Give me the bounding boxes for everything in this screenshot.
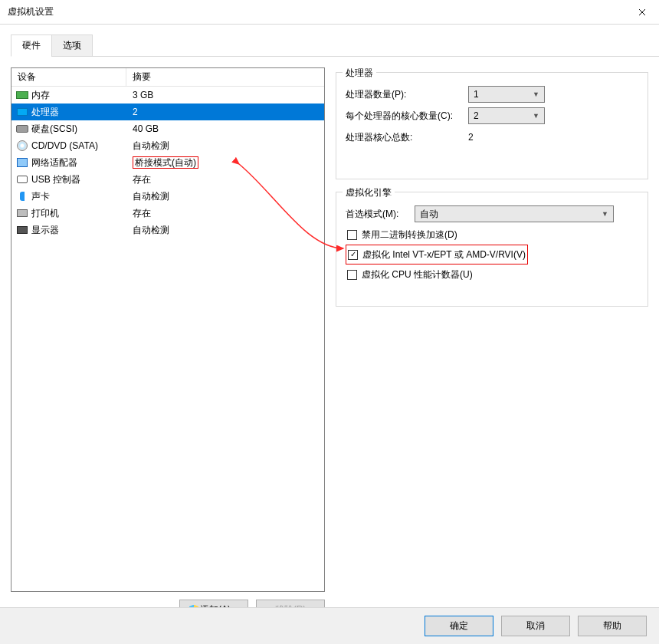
- disable-binary-label: 禁用二进制转换加速(D): [362, 228, 457, 242]
- device-row-cpu[interactable]: 处理器2: [11, 104, 324, 120]
- titlebar: 虚拟机设置: [0, 0, 659, 25]
- vt-row[interactable]: ✓ 虚拟化 Intel VT-x/EPT 或 AMD-V/RVI(V): [346, 245, 528, 264]
- help-button[interactable]: 帮助: [578, 616, 647, 636]
- window-title: 虚拟机设置: [8, 5, 54, 18]
- close-icon: [638, 6, 646, 18]
- device-list[interactable]: 设备 摘要 内存3 GB处理器2硬盘(SCSI)40 GBCD/DVD (SAT…: [11, 67, 325, 592]
- printer-icon: [16, 207, 28, 219]
- header-device: 设备: [11, 68, 126, 86]
- perf-counter-row[interactable]: 虚拟化 CPU 性能计数器(U): [346, 264, 638, 284]
- perf-counter-label: 虚拟化 CPU 性能计数器(U): [362, 268, 473, 281]
- device-label: 显示器: [31, 224, 59, 237]
- device-summary: 存在: [126, 173, 324, 186]
- cpu-cores-select[interactable]: 2 ▼: [468, 107, 545, 124]
- dialog-footer: 确定 取消 帮助: [0, 607, 659, 644]
- virtualization-legend: 虚拟化引擎: [343, 186, 395, 199]
- cancel-button[interactable]: 取消: [501, 616, 570, 636]
- device-summary: 自动检测: [126, 140, 324, 153]
- usb-icon: [16, 173, 28, 186]
- device-summary: 自动检测: [126, 224, 324, 237]
- device-label: 处理器: [31, 106, 59, 119]
- vt-checkbox[interactable]: ✓: [348, 250, 358, 260]
- processor-group: 处理器 处理器数量(P): 1 ▼ 每个处理器的核心数量(C): 2 ▼: [336, 72, 648, 179]
- device-label: USB 控制器: [31, 173, 80, 186]
- device-row-printer[interactable]: 打印机存在: [11, 205, 324, 222]
- cpu-count-label: 处理器数量(P):: [346, 88, 468, 101]
- cpu-total-value: 2: [468, 132, 638, 143]
- device-row-usb[interactable]: USB 控制器存在: [11, 171, 324, 188]
- tab-strip: 硬件 选项: [11, 34, 659, 57]
- device-row-net[interactable]: 网络适配器桥接模式(自动): [11, 154, 324, 171]
- processor-legend: 处理器: [343, 67, 376, 80]
- disable-binary-row[interactable]: 禁用二进制转换加速(D): [346, 225, 638, 245]
- chevron-down-icon: ▼: [533, 112, 539, 120]
- tab-options[interactable]: 选项: [51, 34, 93, 57]
- device-summary: 2: [126, 107, 324, 117]
- device-label: 声卡: [31, 190, 50, 203]
- display-icon: [16, 224, 28, 236]
- cpu-icon: [16, 106, 28, 118]
- device-row-disk[interactable]: 硬盘(SCSI)40 GB: [11, 120, 324, 137]
- cpu-cores-value: 2: [474, 110, 479, 121]
- cd-icon: [16, 140, 28, 152]
- close-button[interactable]: [625, 0, 659, 25]
- virt-mode-label: 首选模式(M):: [346, 208, 415, 221]
- hardware-right-pane: 处理器 处理器数量(P): 1 ▼ 每个处理器的核心数量(C): 2 ▼: [336, 67, 648, 620]
- virt-mode-select[interactable]: 自动 ▼: [415, 205, 614, 222]
- hardware-left-pane: 设备 摘要 内存3 GB处理器2硬盘(SCSI)40 GBCD/DVD (SAT…: [11, 67, 325, 620]
- memory-icon: [16, 89, 28, 101]
- cpu-count-select[interactable]: 1 ▼: [468, 86, 545, 103]
- sound-icon: [16, 190, 28, 202]
- cpu-total-label: 处理器核心总数:: [346, 131, 468, 144]
- device-label: CD/DVD (SATA): [31, 140, 98, 151]
- device-summary: 40 GB: [126, 123, 324, 134]
- perf-counter-checkbox[interactable]: [347, 270, 357, 280]
- chevron-down-icon: ▼: [533, 90, 539, 98]
- disable-binary-checkbox[interactable]: [347, 230, 357, 240]
- device-label: 硬盘(SCSI): [31, 123, 77, 136]
- annotation-highlight: 桥接模式(自动): [133, 156, 198, 169]
- header-summary: 摘要: [126, 71, 324, 84]
- virtualization-group: 虚拟化引擎 首选模式(M): 自动 ▼ 禁用二进制转换加速(D) ✓ 虚拟化 I…: [336, 192, 648, 307]
- ok-button[interactable]: 确定: [425, 616, 493, 636]
- tab-hardware[interactable]: 硬件: [11, 34, 52, 57]
- device-row-sound[interactable]: 声卡自动检测: [11, 188, 324, 205]
- net-icon: [16, 156, 28, 169]
- cpu-cores-label: 每个处理器的核心数量(C):: [346, 110, 468, 123]
- virt-mode-value: 自动: [420, 208, 438, 221]
- device-row-display[interactable]: 显示器自动检测: [11, 222, 324, 238]
- device-list-header: 设备 摘要: [11, 68, 324, 87]
- disk-icon: [16, 123, 28, 135]
- device-summary: 3 GB: [126, 90, 324, 100]
- device-summary: 桥接模式(自动): [126, 156, 324, 169]
- cpu-count-value: 1: [474, 89, 479, 100]
- device-row-cd[interactable]: CD/DVD (SATA)自动检测: [11, 137, 324, 154]
- device-row-memory[interactable]: 内存3 GB: [11, 87, 324, 104]
- chevron-down-icon: ▼: [602, 210, 608, 218]
- device-label: 打印机: [31, 207, 59, 220]
- vt-label: 虚拟化 Intel VT-x/EPT 或 AMD-V/RVI(V): [362, 248, 526, 261]
- device-summary: 存在: [126, 207, 324, 220]
- device-label: 内存: [31, 89, 50, 102]
- device-summary: 自动检测: [126, 190, 324, 203]
- device-label: 网络适配器: [31, 156, 77, 169]
- content-area: 设备 摘要 内存3 GB处理器2硬盘(SCSI)40 GBCD/DVD (SAT…: [0, 57, 659, 631]
